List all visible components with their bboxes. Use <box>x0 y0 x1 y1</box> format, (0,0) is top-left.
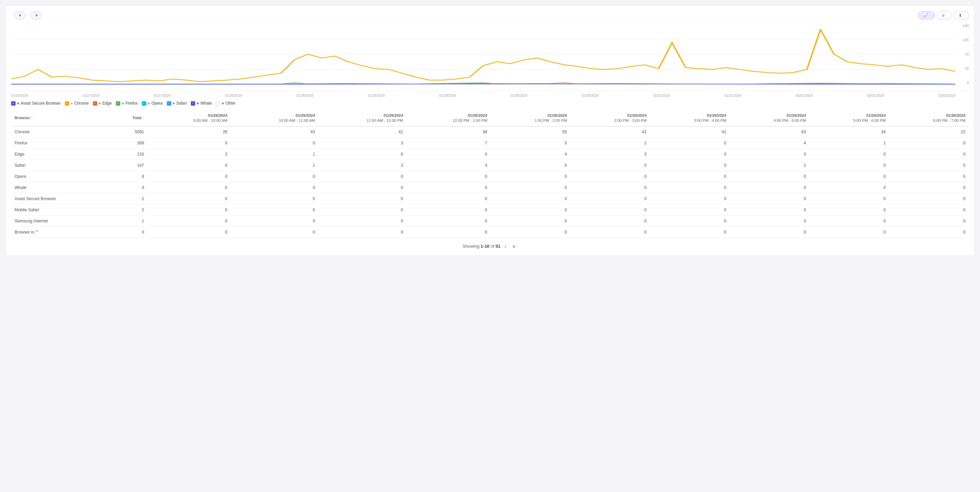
whale-checkbox[interactable]: ✓ <box>191 101 195 106</box>
cell-col6: 0 <box>570 215 650 227</box>
sort-icon-browser: ↕ <box>31 116 33 120</box>
number-button[interactable]: # <box>937 11 951 19</box>
cell-browser: Firefox <box>11 137 110 149</box>
legend: ✓ ● Avast Secure Browser ✓ ● Chrome ✓ ● … <box>11 101 969 106</box>
cell-col4: 0 <box>407 215 491 227</box>
cell-col5: 0 <box>491 160 570 171</box>
cell-col8: 0 <box>730 182 810 193</box>
edge-icon: ● <box>99 101 101 106</box>
cell-col5: 0 <box>491 193 570 204</box>
time-range-filter[interactable]: ▾ <box>14 11 25 19</box>
cell-browser: Chrome <box>11 126 110 138</box>
cell-col10: 0 <box>889 182 969 193</box>
legend-label-edge: Edge <box>102 101 112 106</box>
chrome-icon: ● <box>71 101 73 106</box>
edge-checkbox[interactable]: ✓ <box>93 101 97 106</box>
table-row: Opera80000000000 <box>11 171 969 182</box>
avast-checkbox[interactable]: ✓ <box>11 101 16 106</box>
table-row: Samsung Internet10000000000 <box>11 215 969 227</box>
legend-item-firefox[interactable]: ✓ ● Firefox <box>116 101 138 106</box>
legend-item-other[interactable]: ● Other <box>216 101 235 106</box>
cell-col7: 0 <box>650 149 730 160</box>
cell-col1: 0 <box>148 182 231 193</box>
cell-col7: 0 <box>650 137 730 149</box>
cell-col7: 0 <box>650 215 730 227</box>
cell-col7: 0 <box>650 204 730 215</box>
cell-col5: 0 <box>491 215 570 227</box>
cell-total: 2 <box>110 193 148 204</box>
legend-item-whale[interactable]: ✓ ● Whale <box>191 101 212 106</box>
opera-checkbox[interactable]: ✓ <box>142 101 146 106</box>
cell-col8: 0 <box>730 149 810 160</box>
export-button[interactable]: ⬆ <box>953 11 969 19</box>
cell-col1: 0 <box>148 137 231 149</box>
cell-col4: 0 <box>407 182 491 193</box>
col-8: 01/26/20244:00 PM - 5:00 PM <box>730 110 810 126</box>
col-total[interactable]: Total ↓ <box>110 110 148 126</box>
col-3: 01/26/202411:00 AM - 12:00 PM <box>318 110 407 126</box>
chrome-checkbox[interactable]: ✓ <box>65 101 69 106</box>
header-right: 📈 # ⬆ <box>918 11 969 19</box>
cell-col3: 3 <box>318 137 407 149</box>
cell-browser: Opera <box>11 171 110 182</box>
last-page-button[interactable]: » <box>510 243 517 250</box>
legend-label-firefox: Firefox <box>125 101 138 106</box>
cell-col5: 0 <box>491 227 570 238</box>
cell-browser: Whale <box>11 182 110 193</box>
cell-col7: 0 <box>650 160 730 171</box>
legend-label-chrome: Chrome <box>74 101 89 106</box>
cell-col8: 0 <box>730 171 810 182</box>
cell-col10: 22 <box>889 126 969 138</box>
legend-item-chrome[interactable]: ✓ ● Chrome <box>65 101 89 106</box>
table-row: Safari1470133000100 <box>11 160 969 171</box>
table-row: Chrome509128434138554141633422 <box>11 126 969 138</box>
cell-col3: 0 <box>318 171 407 182</box>
cell-col1: 3 <box>148 149 231 160</box>
chart-button[interactable]: 📈 <box>918 11 935 19</box>
cell-col4: 38 <box>407 126 491 138</box>
cell-col4: 0 <box>407 193 491 204</box>
next-page-button[interactable]: › <box>503 243 508 250</box>
safari-icon: ● <box>173 101 175 106</box>
cell-col9: 0 <box>810 149 889 160</box>
table-row: Firefox3090037020410 <box>11 137 969 149</box>
cell-col4: 0 <box>407 204 491 215</box>
safari-checkbox[interactable]: ✓ <box>167 101 171 106</box>
table-row: Whale30000000000 <box>11 182 969 193</box>
firefox-checkbox[interactable]: ✓ <box>116 101 120 106</box>
cell-col10: 0 <box>889 137 969 149</box>
cell-col2: 0 <box>231 182 318 193</box>
cell-col9: 0 <box>810 182 889 193</box>
other-checkbox[interactable] <box>216 101 220 106</box>
legend-item-opera[interactable]: ✓ ● Opera <box>142 101 163 106</box>
cell-col6: 3 <box>570 149 650 160</box>
cell-col9: 34 <box>810 126 889 138</box>
cell-col2: 0 <box>231 171 318 182</box>
table-row: Mobile Safari20000000000 <box>11 204 969 215</box>
cell-col7: 0 <box>650 227 730 238</box>
cell-col9: 0 <box>810 204 889 215</box>
chevron-down-icon: ▾ <box>19 13 21 18</box>
cell-total: 2 <box>110 204 148 215</box>
cell-col2: 0 <box>231 204 318 215</box>
legend-item-avast[interactable]: ✓ ● Avast Secure Browser <box>11 101 61 106</box>
cell-total: 5091 <box>110 126 148 138</box>
avast-browser-icon: ● <box>17 101 19 106</box>
col-browser[interactable]: Browser ↕ <box>11 110 110 126</box>
legend-item-safari[interactable]: ✓ ● Safari <box>167 101 187 106</box>
cell-col9: 0 <box>810 171 889 182</box>
legend-label-other: Other <box>226 101 236 106</box>
cell-col1: 0 <box>148 227 231 238</box>
col-5: 01/26/20241:00 PM - 2:00 PM <box>491 110 570 126</box>
table-header-row: Browser ↕ Total ↓ 01/26/20249:00 AM - 10… <box>11 110 969 126</box>
legend-label-avast: Avast Secure Browser <box>21 101 61 106</box>
cell-col3: 41 <box>318 126 407 138</box>
legend-item-edge[interactable]: ✓ ● Edge <box>93 101 112 106</box>
cell-col1: 0 <box>148 215 231 227</box>
granularity-filter[interactable]: ▾ <box>30 11 41 19</box>
cell-col5: 4 <box>491 149 570 160</box>
cell-col1: 0 <box>148 160 231 171</box>
table-row: Edge2163160430000 <box>11 149 969 160</box>
cell-col4: 0 <box>407 227 491 238</box>
cell-browser: Avast Secure Browser <box>11 193 110 204</box>
